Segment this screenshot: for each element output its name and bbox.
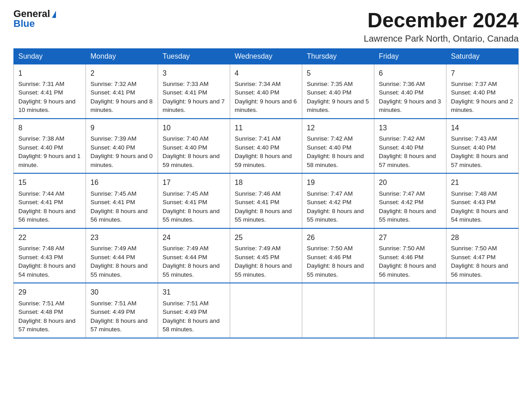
daylight: Daylight: 8 hours and 54 minutes. (451, 208, 508, 223)
calendar-cell: 6Sunrise: 7:36 AMSunset: 4:40 PMDaylight… (374, 64, 446, 119)
calendar-cell: 23Sunrise: 7:49 AMSunset: 4:44 PMDayligh… (86, 228, 158, 283)
sunset: Sunset: 4:42 PM (379, 199, 424, 206)
sunrise: Sunrise: 7:49 AM (235, 245, 281, 252)
day-number: 8 (18, 123, 81, 133)
title-section: December 2024 Lawrence Park North, Ontar… (364, 9, 519, 44)
month-title: December 2024 (364, 9, 519, 32)
calendar-cell: 31Sunrise: 7:51 AMSunset: 4:49 PMDayligh… (158, 283, 230, 338)
sunrise: Sunrise: 7:33 AM (163, 81, 209, 87)
day-number: 27 (379, 232, 442, 243)
calendar-cell: 13Sunrise: 7:42 AMSunset: 4:40 PMDayligh… (374, 119, 446, 173)
day-number: 10 (163, 123, 225, 133)
calendar-cell: 10Sunrise: 7:40 AMSunset: 4:40 PMDayligh… (158, 119, 230, 173)
calendar-week-row: 29Sunrise: 7:51 AMSunset: 4:48 PMDayligh… (14, 283, 519, 338)
day-number: 12 (307, 123, 369, 133)
daylight: Daylight: 9 hours and 1 minute. (18, 153, 81, 168)
sunset: Sunset: 4:40 PM (235, 89, 279, 96)
daylight: Daylight: 8 hours and 55 minutes. (163, 262, 220, 278)
daylight: Daylight: 8 hours and 56 minutes. (451, 262, 508, 278)
day-number: 3 (163, 68, 225, 78)
sunrise: Sunrise: 7:48 AM (18, 245, 64, 252)
day-number: 28 (451, 232, 514, 243)
day-number: 18 (235, 177, 297, 188)
daylight: Daylight: 8 hours and 57 minutes. (379, 153, 436, 168)
calendar-cell: 21Sunrise: 7:48 AMSunset: 4:43 PMDayligh… (446, 173, 519, 228)
daylight: Daylight: 8 hours and 57 minutes. (90, 317, 148, 333)
sunrise: Sunrise: 7:49 AM (90, 245, 137, 252)
sunrise: Sunrise: 7:51 AM (163, 300, 209, 307)
calendar-cell: 16Sunrise: 7:45 AMSunset: 4:41 PMDayligh… (86, 173, 158, 228)
day-number: 1 (18, 68, 81, 78)
sunset: Sunset: 4:40 PM (307, 144, 352, 151)
calendar-cell: 14Sunrise: 7:43 AMSunset: 4:40 PMDayligh… (446, 119, 519, 173)
daylight: Daylight: 8 hours and 55 minutes. (163, 208, 220, 223)
sunset: Sunset: 4:40 PM (451, 144, 496, 151)
sunrise: Sunrise: 7:32 AM (90, 81, 137, 87)
day-number: 2 (90, 68, 153, 78)
calendar-cell: 29Sunrise: 7:51 AMSunset: 4:48 PMDayligh… (14, 283, 86, 338)
logo-blue-text: Blue (13, 19, 35, 29)
sunset: Sunset: 4:40 PM (451, 89, 496, 96)
day-number: 29 (18, 287, 81, 297)
calendar-cell: 18Sunrise: 7:46 AMSunset: 4:41 PMDayligh… (230, 173, 302, 228)
sunset: Sunset: 4:43 PM (18, 254, 63, 261)
calendar-week-row: 1Sunrise: 7:31 AMSunset: 4:41 PMDaylight… (14, 64, 519, 119)
daylight: Daylight: 8 hours and 57 minutes. (18, 317, 76, 333)
calendar-cell: 25Sunrise: 7:49 AMSunset: 4:45 PMDayligh… (230, 228, 302, 283)
sunset: Sunset: 4:40 PM (90, 144, 135, 151)
calendar-cell (302, 283, 374, 338)
calendar-cell: 11Sunrise: 7:41 AMSunset: 4:40 PMDayligh… (230, 119, 302, 173)
sunrise: Sunrise: 7:50 AM (307, 245, 353, 252)
sunset: Sunset: 4:47 PM (451, 254, 496, 261)
sunset: Sunset: 4:49 PM (90, 308, 135, 315)
sunset: Sunset: 4:41 PM (90, 199, 135, 206)
sunset: Sunset: 4:40 PM (379, 144, 424, 151)
sunrise: Sunrise: 7:49 AM (163, 245, 209, 252)
sunset: Sunset: 4:49 PM (163, 308, 207, 315)
calendar-cell: 17Sunrise: 7:45 AMSunset: 4:41 PMDayligh… (158, 173, 230, 228)
sunrise: Sunrise: 7:40 AM (163, 135, 209, 142)
sunrise: Sunrise: 7:36 AM (379, 81, 425, 87)
day-number: 24 (163, 232, 225, 243)
column-header-friday: Friday (374, 48, 446, 64)
sunrise: Sunrise: 7:39 AM (90, 135, 137, 142)
sunset: Sunset: 4:48 PM (18, 308, 63, 315)
day-number: 19 (307, 177, 369, 188)
day-number: 9 (90, 123, 153, 133)
sunset: Sunset: 4:45 PM (235, 254, 279, 261)
sunrise: Sunrise: 7:43 AM (451, 135, 497, 142)
sunset: Sunset: 4:44 PM (163, 254, 207, 261)
daylight: Daylight: 8 hours and 56 minutes. (90, 208, 148, 223)
day-number: 30 (90, 287, 153, 297)
calendar-week-row: 15Sunrise: 7:44 AMSunset: 4:41 PMDayligh… (14, 173, 519, 228)
daylight: Daylight: 8 hours and 55 minutes. (235, 208, 292, 223)
day-number: 7 (451, 68, 514, 78)
calendar-week-row: 8Sunrise: 7:38 AMSunset: 4:40 PMDaylight… (14, 119, 519, 173)
calendar-cell: 3Sunrise: 7:33 AMSunset: 4:41 PMDaylight… (158, 64, 230, 119)
calendar-cell: 22Sunrise: 7:48 AMSunset: 4:43 PMDayligh… (14, 228, 86, 283)
calendar-cell: 2Sunrise: 7:32 AMSunset: 4:41 PMDaylight… (86, 64, 158, 119)
calendar-cell: 5Sunrise: 7:35 AMSunset: 4:40 PMDaylight… (302, 64, 374, 119)
day-number: 16 (90, 177, 153, 188)
daylight: Daylight: 8 hours and 57 minutes. (451, 153, 508, 168)
day-number: 23 (90, 232, 153, 243)
calendar-cell (230, 283, 302, 338)
daylight: Daylight: 8 hours and 55 minutes. (235, 262, 292, 278)
daylight: Daylight: 9 hours and 3 minutes. (379, 98, 441, 114)
sunset: Sunset: 4:40 PM (307, 89, 352, 96)
day-number: 17 (163, 177, 225, 188)
day-number: 26 (307, 232, 369, 243)
calendar-cell: 24Sunrise: 7:49 AMSunset: 4:44 PMDayligh… (158, 228, 230, 283)
daylight: Daylight: 8 hours and 58 minutes. (307, 153, 364, 168)
sunset: Sunset: 4:41 PM (90, 89, 135, 96)
column-header-monday: Monday (86, 48, 158, 64)
page-header: General Blue December 2024 Lawrence Park… (13, 9, 519, 44)
calendar-cell: 19Sunrise: 7:47 AMSunset: 4:42 PMDayligh… (302, 173, 374, 228)
sunset: Sunset: 4:40 PM (18, 144, 63, 151)
day-number: 25 (235, 232, 297, 243)
daylight: Daylight: 8 hours and 55 minutes. (307, 208, 364, 223)
day-number: 20 (379, 177, 442, 188)
daylight: Daylight: 8 hours and 55 minutes. (90, 262, 148, 278)
sunrise: Sunrise: 7:41 AM (235, 135, 281, 142)
sunset: Sunset: 4:41 PM (18, 199, 63, 206)
